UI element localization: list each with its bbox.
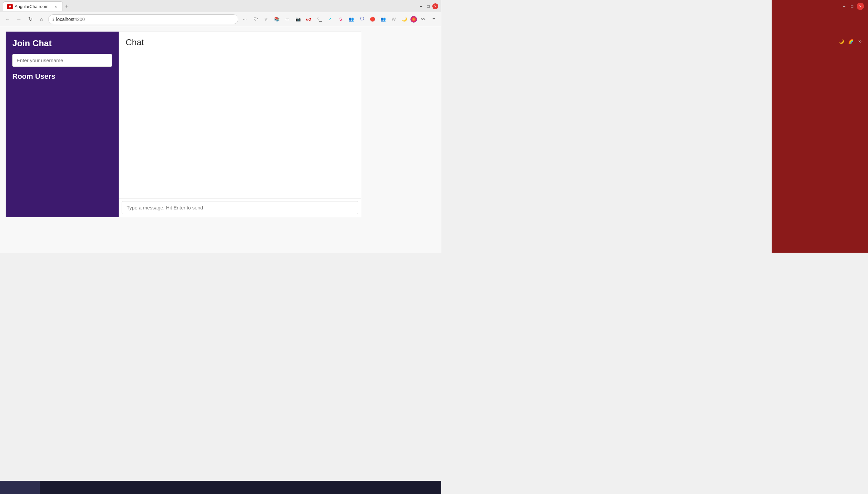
chat-panel: Chat	[119, 32, 361, 217]
forward-button[interactable]: →	[14, 15, 24, 24]
chat-container: Join Chat Room Users Chat	[6, 32, 361, 217]
taskbar-item[interactable]	[0, 481, 40, 494]
right-minimize-button[interactable]: –	[841, 3, 847, 10]
right-maximize-button[interactable]: □	[849, 3, 855, 10]
sidebar-title: Join Chat	[12, 38, 112, 49]
more-button[interactable]: ···	[240, 15, 250, 24]
back-button[interactable]: ←	[3, 15, 12, 24]
right-overflow-icon[interactable]: >>	[856, 37, 864, 45]
address-bar[interactable]: ℹ localhost4200	[48, 14, 238, 24]
overflow-icon[interactable]: >>	[418, 15, 428, 24]
taskbar	[0, 481, 441, 494]
browser-window: A AngularChatroom × + – □ × ← → ↻ ⌂ ℹ lo…	[0, 0, 441, 253]
screenshot-icon[interactable]: 📷	[293, 15, 303, 24]
dark-mode-icon[interactable]: 🌙	[400, 15, 409, 24]
username-input[interactable]	[12, 54, 112, 67]
page-content: Join Chat Room Users Chat	[0, 26, 441, 253]
right-dark-icon[interactable]: 🌙	[837, 37, 845, 45]
browser-titlebar: A AngularChatroom × + – □ ×	[0, 0, 441, 12]
color-icon[interactable]	[410, 16, 417, 23]
chat-message-input[interactable]	[122, 201, 358, 214]
refresh-button[interactable]: ↻	[25, 15, 35, 24]
info-icon: ℹ	[53, 17, 54, 22]
ext5-icon[interactable]: 👥	[347, 15, 356, 24]
chat-input-area	[119, 198, 361, 217]
window-controls: – □ ×	[418, 3, 438, 10]
shield-icon: 🛡	[251, 15, 260, 24]
home-button[interactable]: ⌂	[37, 15, 46, 24]
sidebar-toggle-icon[interactable]: ▭	[283, 15, 292, 24]
menu-button[interactable]: ≡	[429, 15, 438, 24]
tab-close-button[interactable]: ×	[53, 4, 58, 9]
ext3-icon[interactable]: ✓	[326, 15, 335, 24]
room-users-title: Room Users	[12, 72, 112, 81]
minimize-button[interactable]: –	[418, 3, 425, 10]
ext7-icon[interactable]: 🔴	[368, 15, 377, 24]
new-tab-button[interactable]: +	[63, 2, 71, 10]
sidebar: Join Chat Room Users	[6, 32, 119, 217]
right-color-icon[interactable]: 🌈	[847, 37, 855, 45]
right-close-button[interactable]: ×	[857, 3, 864, 10]
ext2-icon[interactable]: ?_	[315, 15, 324, 24]
tab-favicon-icon: A	[7, 4, 13, 9]
ext8-icon[interactable]: 👥	[378, 15, 388, 24]
browser-toolbar: ← → ↻ ⌂ ℹ localhost4200 ··· 🛡 ☆ 📚 ▭ 📷 uO…	[0, 12, 441, 26]
toolbar-icons: ··· 🛡 ☆ 📚 ▭ 📷 uO ?_ ✓ S 👥 🛡 🔴 👥 W 🌙 >> ≡	[240, 15, 438, 24]
maximize-button[interactable]: □	[425, 3, 432, 10]
chat-messages	[119, 53, 361, 198]
right-toolbar-icons: 🌙 🌈 >>	[837, 37, 864, 45]
active-tab[interactable]: A AngularChatroom ×	[3, 1, 63, 11]
tab-bar: A AngularChatroom × +	[3, 1, 414, 11]
ext9-icon[interactable]: W	[389, 15, 398, 24]
tab-title: AngularChatroom	[15, 4, 51, 9]
right-panel: – □ × 🌙 🌈 >>	[772, 0, 868, 253]
chat-title: Chat	[125, 37, 354, 48]
chat-header: Chat	[119, 32, 361, 53]
bookmark-icon[interactable]: ☆	[261, 15, 271, 24]
address-url: localhost4200	[56, 17, 234, 22]
library-icon[interactable]: 📚	[272, 15, 281, 24]
ext4-icon[interactable]: S	[336, 15, 345, 24]
close-button[interactable]: ×	[432, 3, 438, 9]
right-window-controls: – □ ×	[841, 3, 864, 10]
ext6-icon[interactable]: 🛡	[357, 15, 367, 24]
ext1-icon[interactable]: uO	[304, 15, 313, 24]
